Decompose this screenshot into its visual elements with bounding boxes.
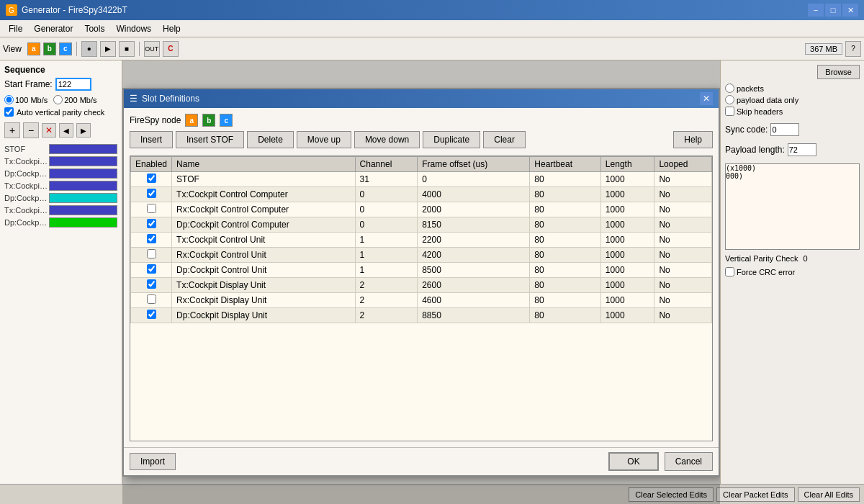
record-button[interactable]: ● (81, 41, 97, 57)
row-checkbox-2[interactable] (147, 204, 156, 213)
zoom-out-button[interactable]: − (23, 122, 39, 138)
auto-vert-checkbox[interactable] (4, 107, 14, 117)
clear-packet-edits-button[interactable]: Clear Packet Edits (716, 487, 794, 502)
radio-200-input[interactable] (53, 95, 63, 104)
table-row[interactable]: Dp:Cockpit Control Unit18500801000No (131, 263, 712, 278)
cell-enabled-2[interactable] (131, 202, 172, 217)
table-row[interactable]: Tx:Cockpit Control Computer04000801000No (131, 187, 712, 202)
force-crc-checkbox[interactable] (725, 267, 734, 276)
clear-all-edits-button[interactable]: Clear All Edits (798, 487, 860, 502)
row-checkbox-3[interactable] (147, 219, 156, 228)
insert-stof-button[interactable]: Insert STOF (176, 131, 244, 148)
clear-button[interactable]: Clear (483, 131, 526, 148)
cell-enabled-0[interactable] (131, 172, 172, 187)
cell-name-8: Rx:Cockpit Display Unit (172, 293, 356, 308)
table-row[interactable]: Dp:Cockpit Control Computer08150801000No (131, 217, 712, 233)
radio-packets-input[interactable] (725, 84, 734, 93)
duplicate-button[interactable]: Duplicate (423, 131, 480, 148)
menu-file[interactable]: File (3, 22, 28, 35)
cell-enabled-1[interactable] (131, 187, 172, 202)
radio-payload-label[interactable]: payload data only (725, 95, 860, 104)
scroll-left-button[interactable]: ◀ (59, 123, 73, 138)
zoom-in-button[interactable]: + (4, 122, 20, 138)
table-row[interactable]: Rx:Cockpit Control Unit14200801000No (131, 248, 712, 263)
info-button[interactable]: ? (845, 41, 861, 57)
start-frame-input[interactable] (55, 78, 91, 91)
payload-length-input[interactable] (788, 143, 816, 156)
menu-generator[interactable]: Generator (28, 22, 78, 35)
radio-payload-input[interactable] (725, 95, 734, 104)
node-a-button[interactable]: a (27, 42, 40, 55)
close-zoom-button[interactable]: ✕ (42, 123, 56, 138)
import-button[interactable]: Import (130, 453, 176, 470)
cell-enabled-5[interactable] (131, 248, 172, 263)
table-row[interactable]: Rx:Cockpit Display Unit24600801000No (131, 293, 712, 308)
minimize-button[interactable]: − (808, 4, 824, 17)
move-down-button[interactable]: Move down (354, 131, 420, 148)
force-crc-label[interactable]: Force CRC error (725, 267, 860, 276)
menu-help[interactable]: Help (157, 22, 186, 35)
table-row[interactable]: Tx:Cockpit Control Unit12200801000No (131, 233, 712, 248)
cell-heartbeat-7: 80 (530, 278, 601, 293)
row-checkbox-7[interactable] (147, 279, 156, 289)
row-checkbox-6[interactable] (147, 264, 156, 274)
delete-button[interactable]: Delete (247, 131, 294, 148)
row-checkbox-1[interactable] (147, 189, 156, 198)
sync-code-input[interactable] (770, 123, 799, 136)
cell-enabled-9[interactable] (131, 308, 172, 323)
ok-button[interactable]: OK (608, 452, 658, 471)
row-checkbox-5[interactable] (147, 249, 156, 258)
insert-button[interactable]: Insert (130, 131, 173, 148)
menu-windows[interactable]: Windows (110, 22, 157, 35)
row-checkbox-8[interactable] (147, 294, 156, 304)
cell-frame-offset-4: 2200 (418, 233, 530, 248)
dialog-node-a[interactable]: a (185, 114, 198, 127)
dialog-node-c[interactable]: c (220, 114, 233, 127)
skip-headers-checkbox[interactable] (725, 107, 734, 116)
cell-enabled-6[interactable] (131, 263, 172, 278)
cancel-button[interactable]: Cancel (665, 452, 713, 471)
table-row[interactable]: Rx:Cockpit Control Computer02000801000No (131, 202, 712, 217)
help-button[interactable]: Help (673, 131, 713, 148)
radio-100-input[interactable] (4, 95, 14, 104)
title-bar-controls[interactable]: − □ ✕ (808, 4, 858, 17)
row-checkbox-0[interactable] (147, 174, 156, 183)
table-row[interactable]: Dp:Cockpit Display Unit28850801000No (131, 308, 712, 323)
cell-enabled-4[interactable] (131, 233, 172, 248)
slot-definitions-dialog: ☰ Slot Definitions ✕ FireSpy node a b c (122, 88, 720, 477)
sidebar-item-bar-6 (49, 217, 117, 228)
cell-name-1: Tx:Cockpit Control Computer (172, 187, 356, 202)
dialog-close-button[interactable]: ✕ (700, 92, 713, 105)
row-checkbox-4[interactable] (147, 234, 156, 243)
play-button[interactable]: ▶ (100, 41, 116, 57)
row-checkbox-9[interactable] (147, 310, 156, 319)
move-up-button[interactable]: Move up (297, 131, 351, 148)
cell-channel-6: 1 (355, 263, 418, 278)
node-c-button[interactable]: c (59, 42, 72, 55)
cell-name-4: Tx:Cockpit Control Unit (172, 233, 356, 248)
close-button[interactable]: ✕ (842, 4, 858, 17)
scroll-right-button[interactable]: ▶ (76, 123, 91, 138)
table-row[interactable]: STOF310801000No (131, 172, 712, 187)
browse-button[interactable]: Browse (817, 65, 860, 79)
table-row[interactable]: Tx:Cockpit Display Unit22600801000No (131, 278, 712, 293)
slot-table-wrapper[interactable]: Enabled Name Channel Frame offset (us) H… (130, 156, 713, 441)
stop-button[interactable]: ■ (119, 41, 135, 57)
col-header-name: Name (172, 157, 356, 172)
cell-channel-0: 31 (355, 172, 418, 187)
skip-headers-label[interactable]: Skip headers (725, 107, 860, 116)
output-button[interactable]: OUT (144, 41, 160, 57)
radio-packets-label[interactable]: packets (725, 84, 860, 93)
dialog-node-b[interactable]: b (202, 114, 215, 127)
right-textarea[interactable] (725, 163, 860, 250)
menu-tools[interactable]: Tools (78, 22, 110, 35)
reset-button[interactable]: C (163, 41, 179, 57)
maximize-button[interactable]: □ (825, 4, 841, 17)
cell-enabled-8[interactable] (131, 293, 172, 308)
radio-200-label[interactable]: 200 Mb/s (53, 95, 96, 104)
cell-channel-7: 2 (355, 278, 418, 293)
cell-enabled-7[interactable] (131, 278, 172, 293)
node-b-button[interactable]: b (43, 42, 56, 55)
radio-100-label[interactable]: 100 Mb/s (4, 95, 48, 104)
cell-enabled-3[interactable] (131, 217, 172, 233)
